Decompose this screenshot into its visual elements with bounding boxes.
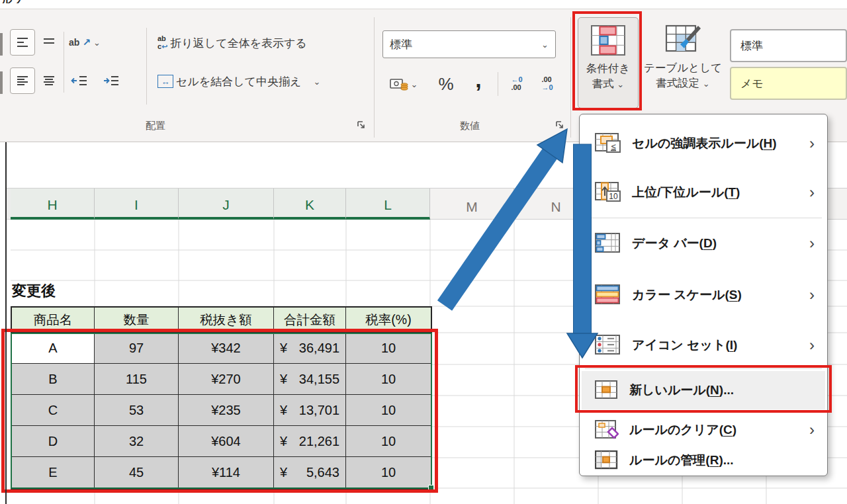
divider — [498, 72, 498, 96]
column-header-I[interactable]: I — [95, 189, 179, 220]
cell-tax[interactable]: 10 — [346, 457, 431, 488]
menu-item-label: 新しいルール(N)... — [629, 382, 734, 399]
merge-center-button[interactable]: ↔ セルを結合して中央揃え ⌄ — [157, 69, 320, 94]
decrease-indent-icon — [71, 75, 88, 86]
cell-unit-price[interactable]: ¥235 — [179, 395, 274, 426]
table-title: 変更後 — [12, 281, 56, 301]
orientation-arrow-icon: ↗ — [82, 36, 91, 48]
cell-total[interactable]: ¥34,155 — [274, 364, 346, 395]
chevron-down-icon: ⌄ — [617, 79, 624, 89]
number-dialog-launcher[interactable] — [555, 120, 566, 132]
highlight-cells-rules-icon: ≤ — [595, 133, 621, 154]
cell-product[interactable]: A — [12, 333, 95, 364]
menu-item-icon-sets[interactable]: アイコン セット(I) › — [582, 327, 825, 363]
table-row: C 53 ¥235 ¥13,701 10 — [12, 395, 431, 426]
color-scales-icon — [595, 284, 621, 306]
ribbon-tab-fragment: ルプ — [1, 0, 23, 3]
column-header-cell[interactable]: 税率(%) — [346, 308, 431, 333]
comma-style-button[interactable]: , — [466, 66, 491, 93]
merge-center-label: セルを結合して中央揃え — [176, 74, 301, 89]
increase-indent-icon — [103, 75, 120, 86]
table-row: D 32 ¥604 ¥21,261 10 — [12, 426, 431, 457]
menu-separator — [585, 218, 822, 218]
cell-total[interactable]: ¥5,643 — [274, 457, 346, 488]
cell-unit-price[interactable]: ¥270 — [179, 364, 274, 395]
cell-total[interactable]: ¥36,491 — [274, 333, 346, 364]
column-header-H[interactable]: H — [11, 189, 95, 220]
cell-style-normal[interactable]: 標準 — [730, 29, 847, 62]
cell-tax[interactable]: 10 — [346, 395, 431, 426]
cell-total[interactable]: ¥13,701 — [274, 395, 346, 426]
cell-product[interactable]: E — [12, 457, 95, 488]
menu-item-label: セルの強調表示ルール(H) — [632, 135, 777, 152]
align-bars-icon — [16, 37, 29, 48]
percent-icon: % — [438, 74, 453, 95]
cell-unit-price[interactable]: ¥114 — [179, 457, 274, 488]
header-corner-stub — [6, 189, 11, 220]
cell-tax[interactable]: 10 — [346, 426, 431, 457]
currency-format-button[interactable]: ⌄ — [385, 71, 422, 97]
align-center-button[interactable] — [38, 67, 60, 94]
column-header-cell[interactable]: 税抜き額 — [179, 308, 274, 333]
dialog-launcher-icon — [555, 120, 565, 130]
menu-item-color-scales[interactable]: カラー スケール(S) › — [582, 277, 825, 313]
cell-qty[interactable]: 115 — [95, 364, 179, 395]
number-format-dropdown[interactable]: 標準 ⌄ — [382, 30, 556, 58]
wrap-text-icon: ab c↩ — [157, 35, 167, 50]
cell-style-normal-label: 標準 — [740, 38, 763, 54]
decrease-decimal-button[interactable]: .00 →0 — [533, 71, 561, 97]
menu-item-label: アイコン セット(I) — [632, 337, 737, 354]
chevron-down-icon: ⌄ — [703, 79, 710, 89]
table-row: B 115 ¥270 ¥34,155 10 — [12, 364, 431, 395]
cell-total[interactable]: ¥21,261 — [274, 426, 346, 457]
column-header-cell[interactable]: 商品名 — [12, 308, 95, 333]
cell-product[interactable]: C — [12, 395, 95, 426]
cell-unit-price[interactable]: ¥604 — [179, 426, 274, 457]
alignment-dialog-launcher[interactable] — [356, 120, 368, 132]
decrease-indent-button[interactable] — [66, 67, 93, 94]
align-left-button[interactable] — [10, 67, 35, 94]
column-header-cell[interactable]: 合計金額 — [274, 308, 346, 333]
percent-style-button[interactable]: % — [431, 71, 461, 97]
menu-item-new-rule[interactable]: 新しいルール(N)... — [582, 371, 825, 409]
column-header-K[interactable]: K — [274, 189, 346, 220]
align-top-button[interactable] — [10, 29, 35, 56]
format-as-table-icon — [665, 24, 701, 55]
increase-decimal-button[interactable]: ←0 .00 — [503, 71, 531, 97]
menu-item-top-bottom-rules[interactable]: 10 上位/下位ルール(T) › — [582, 174, 825, 211]
comma-icon: , — [475, 67, 481, 93]
clear-rules-icon — [595, 420, 619, 440]
orientation-icon: ab — [69, 37, 79, 48]
cell-qty[interactable]: 53 — [95, 395, 179, 426]
cell-tax[interactable]: 10 — [346, 333, 431, 364]
cell-product[interactable]: D — [12, 426, 95, 457]
currency-icon — [390, 77, 408, 91]
menu-item-manage-rules[interactable]: ルールの管理(R)... — [582, 445, 825, 476]
cell-style-memo[interactable]: メモ — [730, 67, 847, 100]
increase-indent-button[interactable] — [98, 67, 124, 94]
orientation-button[interactable]: ab ↗ ⌄ — [67, 29, 102, 56]
submenu-arrow-icon: › — [809, 422, 815, 438]
table-row: E 45 ¥114 ¥5,643 10 — [12, 457, 431, 488]
menu-item-highlight-cells-rules[interactable]: ≤ セルの強調表示ルール(H) › — [582, 125, 825, 162]
menu-item-data-bars[interactable]: データ バー(D) › — [582, 226, 825, 261]
cell-unit-price[interactable]: ¥342 — [179, 333, 274, 364]
format-as-table-label-line1: テーブルとして — [644, 60, 722, 75]
conditional-formatting-menu: ≤ セルの強調表示ルール(H) › 10 上位/下位ルール(T) › — [579, 114, 828, 476]
cell-tax[interactable]: 10 — [346, 364, 431, 395]
conditional-formatting-button[interactable]: 条件付き 書式 ⌄ — [578, 17, 639, 108]
menu-item-clear-rules[interactable]: ルールのクリア(C) › — [582, 413, 825, 446]
cell-qty[interactable]: 45 — [95, 457, 179, 488]
column-header-cell[interactable]: 数量 — [95, 308, 179, 333]
submenu-arrow-icon: › — [809, 337, 815, 353]
column-header-J[interactable]: J — [179, 189, 274, 220]
column-header-L[interactable]: L — [346, 189, 430, 220]
conditional-formatting-label-line2: 書式 ⌄ — [592, 76, 625, 91]
wrap-text-button[interactable]: ab c↩ 折り返して全体を表示する — [157, 30, 307, 56]
cell-product[interactable]: B — [12, 364, 95, 395]
column-header-M[interactable]: M — [430, 189, 514, 220]
align-bottom-button[interactable] — [38, 29, 60, 56]
cell-qty[interactable]: 32 — [95, 426, 179, 457]
cell-qty[interactable]: 97 — [95, 333, 179, 364]
format-as-table-button[interactable]: テーブルとして 書式設定 ⌄ — [646, 17, 720, 108]
